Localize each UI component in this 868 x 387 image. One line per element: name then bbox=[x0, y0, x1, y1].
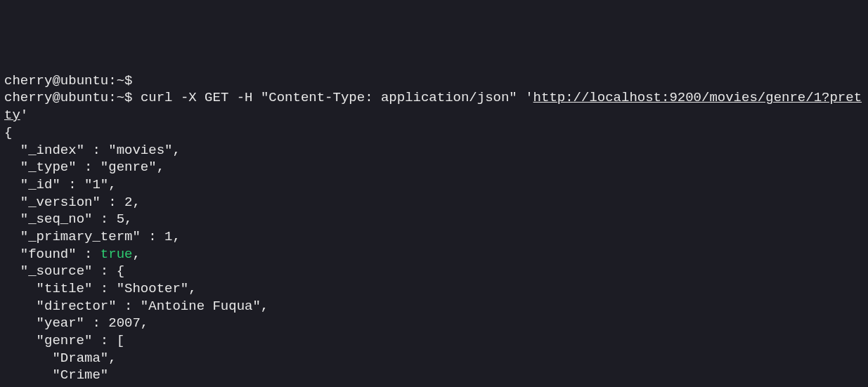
json-output-line: "Drama", bbox=[4, 350, 117, 366]
prompt-path: ~ bbox=[117, 90, 124, 105]
prompt-host: ubuntu bbox=[60, 73, 108, 88]
prompt-host: ubuntu bbox=[60, 90, 108, 105]
json-output-line: "_source" : { bbox=[4, 263, 124, 279]
json-output-line: "director" : "Antoine Fuqua", bbox=[4, 299, 268, 314]
json-output-line: "title" : "Shooter", bbox=[4, 281, 197, 296]
json-output-line: "_primary_term" : 1, bbox=[4, 229, 181, 244]
prompt-line: cherry@ubuntu:~$ bbox=[4, 90, 132, 105]
json-output-line: "_type" : "genre", bbox=[4, 159, 164, 175]
prompt-symbol: $ bbox=[124, 73, 132, 88]
json-output-line: "_version" : 2, bbox=[4, 195, 141, 210]
terminal-block[interactable]: cherry@ubuntu:~$ cherry@ubuntu:~$ curl -… bbox=[4, 73, 862, 387]
json-output-line: "genre" : [ bbox=[4, 333, 124, 348]
command-text: curl -X GET -H "Content-Type: applicatio… bbox=[141, 90, 533, 105]
prompt-line: cherry@ubuntu:~$ bbox=[4, 73, 132, 88]
prompt-symbol: $ bbox=[124, 90, 132, 105]
json-output-line: "_index" : "movies", bbox=[4, 143, 181, 158]
prompt-path: ~ bbox=[117, 73, 124, 88]
command-suffix: ' bbox=[20, 107, 28, 123]
json-output-line: { bbox=[4, 125, 12, 140]
json-output-line: "found" : true, bbox=[4, 247, 141, 262]
json-true-keyword: true bbox=[101, 247, 133, 262]
json-output-line: "_seq_no" : 5, bbox=[4, 211, 132, 227]
prompt-user: cherry bbox=[4, 73, 52, 88]
prompt-user: cherry bbox=[4, 90, 52, 105]
json-output-line: "year" : 2007, bbox=[4, 315, 148, 331]
json-output-line: "Crime" bbox=[4, 367, 108, 383]
json-output-line: "_id" : "1", bbox=[4, 177, 117, 192]
